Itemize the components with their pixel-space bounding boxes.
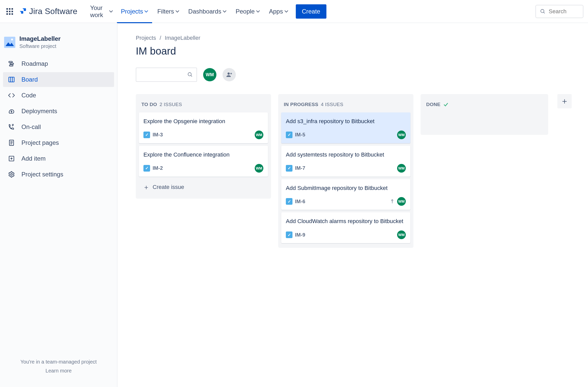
sidebar-item-project-settings[interactable]: Project settings	[3, 167, 114, 182]
plus-icon: ＋	[143, 184, 150, 190]
nav-item-projects[interactable]: Projects	[117, 6, 152, 17]
svg-rect-7	[9, 77, 14, 82]
board-column-in-progress: IN PROGRESS 4 ISSUESAdd s3_infra reposit…	[278, 94, 413, 248]
project-header[interactable]: ImageLabeller Software project	[3, 29, 114, 56]
assignee-avatar[interactable]: WM	[397, 164, 406, 173]
nav-item-filters[interactable]: Filters	[153, 6, 183, 17]
column-header[interactable]: IN PROGRESS 4 ISSUES	[280, 96, 411, 111]
main-content: Projects / ImageLabeller IM board WM TO …	[117, 23, 588, 387]
board-icon	[8, 76, 15, 83]
deployments-icon	[8, 107, 15, 115]
assignee-avatar[interactable]: WM	[397, 131, 406, 139]
nav-item-people[interactable]: People	[231, 6, 264, 17]
sidebar-item-label: Deployments	[21, 108, 57, 115]
nav-item-your-work[interactable]: Your work	[86, 2, 116, 21]
svg-rect-26	[391, 200, 393, 201]
card-key: IM-3	[153, 132, 163, 138]
breadcrumb-item[interactable]: ImageLabeller	[165, 35, 200, 41]
card-title: Add SubmitImage repository to Bitbucket	[286, 184, 406, 192]
task-type-icon	[143, 165, 150, 172]
task-type-icon	[286, 198, 292, 205]
svg-point-21	[188, 73, 191, 76]
board-columns: TO DO 2 ISSUESExplore the Opsgenie integ…	[136, 94, 574, 248]
add-icon	[8, 155, 15, 162]
issue-card[interactable]: Add s3_infra repository to BitbucketIM-5…	[281, 112, 410, 143]
sidebar-item-deployments[interactable]: Deployments	[3, 104, 114, 119]
nav-item-label: Filters	[157, 8, 174, 15]
global-search-input[interactable]	[548, 8, 579, 15]
svg-line-1	[544, 12, 545, 13]
svg-point-0	[541, 9, 544, 12]
column-name: TO DO	[141, 102, 157, 107]
sidebar-list: RoadmapBoardCodeDeploymentsOn-callProjec…	[3, 56, 114, 182]
sidebar-item-on-call[interactable]: On-call	[3, 120, 114, 134]
nav-item-label: Your work	[90, 4, 108, 19]
column-name: IN PROGRESS	[284, 102, 318, 107]
top-nav: Jira Software Your workProjectsFiltersDa…	[0, 0, 588, 23]
board-column-done: DONE	[421, 94, 548, 135]
board-search[interactable]	[136, 68, 197, 82]
brand[interactable]: Jira Software	[18, 7, 77, 16]
task-type-icon	[286, 231, 292, 238]
sidebar-item-code[interactable]: Code	[3, 88, 114, 103]
sidebar: ImageLabeller Software project RoadmapBo…	[0, 23, 117, 387]
sidebar-footer: You're in a team-managed project Learn m…	[3, 352, 114, 381]
project-type: Software project	[19, 43, 60, 49]
sidebar-item-add-item[interactable]: Add item	[3, 151, 114, 166]
sidebar-item-label: On-call	[21, 123, 41, 131]
add-people-button[interactable]	[223, 68, 236, 81]
issue-card[interactable]: Add systemtests repository to BitbucketI…	[281, 146, 410, 177]
chevron-down-icon	[145, 10, 148, 13]
card-title: Explore the Confluence integration	[143, 151, 263, 159]
nav-item-label: People	[236, 8, 255, 15]
nav-item-label: Dashboards	[188, 8, 221, 15]
sidebar-item-project-pages[interactable]: Project pages	[3, 135, 114, 150]
task-type-icon	[286, 132, 292, 138]
assignee-avatar[interactable]: WM	[397, 197, 406, 206]
assignee-avatar[interactable]: WM	[397, 230, 406, 239]
issue-card[interactable]: Explore the Opsgenie integrationIM-3WM	[139, 112, 268, 143]
svg-rect-2	[4, 37, 15, 48]
done-check-icon	[443, 102, 449, 107]
card-key: IM-5	[295, 132, 305, 138]
sidebar-item-label: Code	[21, 92, 36, 99]
add-column-button[interactable]: ＋	[557, 94, 572, 108]
project-name: ImageLabeller	[19, 35, 60, 42]
sidebar-footer-text: You're in a team-managed project	[20, 359, 97, 365]
nav-item-dashboards[interactable]: Dashboards	[184, 6, 230, 17]
assignee-avatar[interactable]: WM	[255, 164, 263, 173]
create-issue-button[interactable]: ＋Create issue	[139, 179, 268, 195]
search-icon	[540, 9, 546, 14]
global-search[interactable]	[535, 5, 583, 18]
breadcrumb-item[interactable]: Projects	[136, 35, 156, 41]
column-header[interactable]: DONE	[423, 96, 546, 111]
sidebar-item-label: Add item	[21, 155, 46, 162]
brand-text: Jira Software	[29, 7, 77, 16]
issue-card[interactable]: Add SubmitImage repository to BitbucketI…	[281, 179, 410, 210]
board-title: IM board	[136, 45, 574, 57]
sidebar-item-label: Board	[21, 76, 38, 83]
create-button[interactable]: Create	[296, 4, 326, 19]
card-key: IM-6	[295, 199, 305, 204]
svg-rect-4	[9, 61, 13, 63]
issue-card[interactable]: Add CloudWatch alarms repository to Bitb…	[281, 212, 410, 243]
svg-rect-6	[9, 65, 13, 66]
search-icon	[187, 72, 193, 78]
card-key: IM-9	[295, 232, 305, 238]
learn-more-link[interactable]: Learn more	[5, 368, 112, 374]
issue-card[interactable]: Explore the Confluence integrationIM-2WM	[139, 146, 268, 177]
app-switcher-icon[interactable]	[5, 6, 15, 17]
sidebar-item-roadmap[interactable]: Roadmap	[3, 56, 114, 71]
nav-item-label: Apps	[269, 8, 283, 15]
assignee-filter-avatar[interactable]: WM	[203, 68, 216, 81]
jira-logo-icon	[18, 7, 27, 16]
sidebar-item-label: Project settings	[21, 171, 63, 178]
card-key: IM-7	[295, 165, 305, 171]
card-title: Explore the Opsgenie integration	[143, 118, 263, 125]
nav-item-apps[interactable]: Apps	[265, 6, 292, 17]
assignee-avatar[interactable]: WM	[255, 131, 263, 139]
code-icon	[8, 92, 15, 99]
column-header[interactable]: TO DO 2 ISSUES	[138, 96, 269, 111]
sidebar-item-board[interactable]: Board	[3, 72, 114, 87]
priority-icon	[390, 199, 395, 204]
